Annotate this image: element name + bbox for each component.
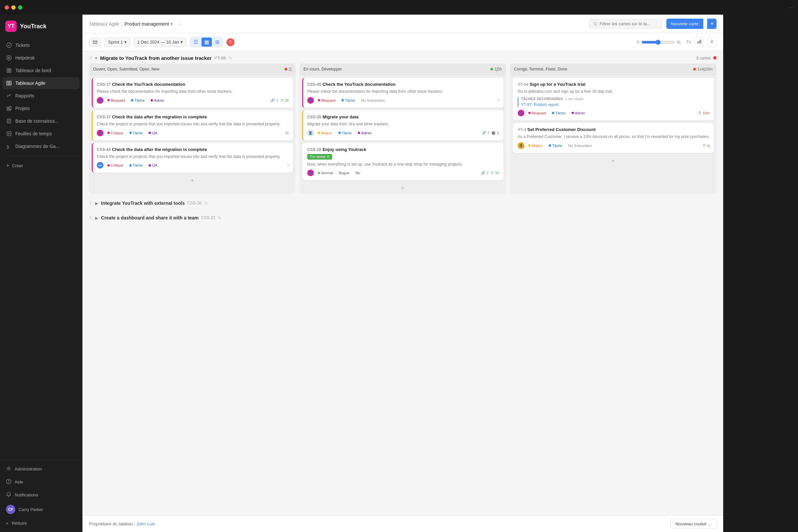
- card-css19[interactable]: CSS-19Enjoy using Youtrack For demo ✕ No…: [302, 143, 504, 180]
- user-name: Carry Parker: [19, 507, 43, 512]
- sidebar-item-helpdesk[interactable]: Helpdesk: [3, 52, 79, 64]
- sprint-chevron-icon: ▾: [125, 40, 127, 44]
- sprint-selector[interactable]: Sprint 1 ▾: [104, 37, 130, 47]
- card-avatar-yt94: 👤: [518, 110, 524, 116]
- aide-label: Aide: [15, 479, 23, 484]
- add-card-button-done-inline[interactable]: +: [513, 156, 714, 167]
- svg-rect-9: [10, 81, 11, 85]
- epic-expand-icon-3: ▶: [95, 215, 98, 221]
- tag-tache-css45: Tâche: [340, 98, 357, 103]
- card-title-css44: CSS-44Check the data after the migration…: [97, 147, 289, 152]
- card-yt4[interactable]: YT-4Set Preferred Customer Discount As a…: [513, 123, 714, 153]
- header-more-icon[interactable]: ···: [176, 20, 183, 27]
- window-chrome: ⋯: [0, 0, 798, 15]
- tag-normal-css19: Normal: [316, 170, 335, 175]
- epic-header-2[interactable]: ⠿ ▶ Integrate YouTrack with external too…: [89, 196, 717, 208]
- sidebar-logo[interactable]: YT YouTrack: [0, 15, 82, 38]
- settings-button[interactable]: [707, 37, 717, 47]
- card-css44[interactable]: CSS-44Check the data after the migration…: [92, 143, 293, 173]
- new-swimlane-button[interactable]: Nouveau couloir ...: [670, 519, 716, 529]
- card-css28[interactable]: CSS-28Migrate your data Migrate your dat…: [302, 110, 504, 140]
- add-card-button-progress[interactable]: +: [300, 183, 506, 194]
- epic-header-3[interactable]: ⠿ ▶ Create a dashboard and share it with…: [89, 211, 717, 223]
- card-css17[interactable]: CSS-17Check the YouTrack documentation P…: [92, 78, 293, 108]
- links-count: 🔗 1: [270, 98, 278, 102]
- sidebar-item-label: Tickets: [15, 42, 30, 48]
- card-desc-css19: Now, when everything is set up, use Yout…: [307, 162, 499, 167]
- minimize-button[interactable]: [11, 5, 16, 10]
- view-kanban-button[interactable]: ▦: [202, 38, 212, 46]
- window-more-icon[interactable]: ⋯: [789, 5, 793, 10]
- search-box[interactable]: [589, 19, 662, 28]
- create-button[interactable]: + Créer: [3, 159, 79, 172]
- card-css45[interactable]: CSS-45Check the YouTrack documentation P…: [302, 78, 504, 108]
- drag-handle-icon-3[interactable]: ⠿: [89, 215, 92, 221]
- card-css27[interactable]: CSS-27Check the data after the migration…: [92, 110, 293, 140]
- card-desc-yt94: Go to jetbrains.com and sign up for a fr…: [518, 89, 710, 94]
- epic-edit-icon-2[interactable]: ✎: [204, 201, 208, 206]
- subtask-link-yt87[interactable]: YT-87: Publish report: [521, 102, 558, 107]
- epic-edit-icon-1[interactable]: ✎: [228, 56, 232, 60]
- email-button[interactable]: [89, 38, 101, 47]
- sidebar-item-tableaux-bord[interactable]: Tableaux de bord: [3, 64, 79, 76]
- column-header-progress: En cours, Développer 1j5h: [300, 63, 506, 75]
- sidebar-item-administration[interactable]: Administration: [3, 463, 79, 475]
- add-card-button-open[interactable]: +: [89, 175, 296, 186]
- svg-point-25: [8, 482, 9, 483]
- card-avatar-css27: 👤: [97, 130, 103, 136]
- for-demo-tag: For demo ✕: [307, 154, 332, 159]
- svg-rect-29: [697, 41, 698, 43]
- column-done: Corrigé, Terminé, Fixed, Done 1s4j10m YT…: [510, 63, 717, 194]
- sidebar-item-projets[interactable]: Projets: [3, 102, 79, 114]
- card-avatar-css44: AS: [97, 162, 103, 169]
- card-yt94[interactable]: YT-94Sign up for a YouTrack trial Go to …: [513, 78, 714, 120]
- sidebar-item-notifications[interactable]: Notifications: [3, 489, 79, 501]
- date-range-button[interactable]: 1 Dec 2024 — 16 Jan ▾: [134, 37, 187, 47]
- sidebar-item-base[interactable]: Base de connaissa...: [3, 115, 79, 127]
- size-tv-label: TV: [686, 40, 691, 44]
- breadcrumb-current[interactable]: Product management ▾: [125, 21, 173, 26]
- user-avatar: CP: [6, 505, 15, 514]
- svg-rect-5: [7, 71, 8, 73]
- size-slider[interactable]: [641, 40, 674, 45]
- tag-nosubsystem-yt4: No Subsystem: [566, 143, 594, 148]
- sidebar-item-user[interactable]: CP Carry Parker: [3, 502, 79, 517]
- new-card-dropdown-button[interactable]: ▾: [707, 19, 717, 29]
- collapse-sidebar-button[interactable]: « Réduire: [3, 518, 79, 529]
- board-footer: Propriétaire du tableau : John Luis Nouv…: [82, 515, 723, 532]
- chart-button[interactable]: [695, 37, 704, 47]
- sidebar-item-label: Tableaux Agile: [15, 80, 45, 86]
- chevron-down-icon: ▾: [170, 21, 173, 26]
- card-footer-css17: 👤 Bloquant Tâche Admin 🔗 1 ⏱ 2h: [97, 97, 289, 104]
- sidebar-item-feuilles[interactable]: Feuilles de temps: [3, 128, 79, 140]
- sidebar-item-tickets[interactable]: Tickets: [3, 39, 79, 51]
- toolbar: Sprint 1 ▾ 1 Dec 2024 — 16 Jan ▾ ☰ ▦ ⊞ ⏱…: [82, 33, 723, 51]
- view-list-button[interactable]: ☰: [191, 38, 201, 46]
- sidebar-item-tableaux-agile[interactable]: Tableaux Agile: [3, 77, 79, 89]
- svg-rect-31: [700, 40, 701, 43]
- epic-edit-icon-3[interactable]: ✎: [218, 215, 222, 221]
- drag-handle-icon-2[interactable]: ⠿: [89, 201, 92, 206]
- collapse-label: Réduire: [12, 521, 27, 526]
- maximize-button[interactable]: [18, 5, 22, 10]
- tableaux-bord-icon: [6, 68, 12, 74]
- epic-title-1: Migrate to YouTrack from another issue t…: [100, 55, 211, 61]
- view-grid-button[interactable]: ⊞: [212, 38, 222, 46]
- sidebar-item-rapports[interactable]: Rapports: [3, 90, 79, 102]
- tag-tache-yt4: Tâche: [547, 143, 564, 148]
- search-input[interactable]: [600, 21, 658, 26]
- sidebar-nav: Tickets Helpdesk Tableaux de bord Tablea…: [0, 38, 82, 460]
- new-card-button[interactable]: Nouvelle carte: [666, 19, 703, 29]
- drag-handle-icon[interactable]: ⠿: [89, 56, 92, 60]
- sidebar-item-aide[interactable]: Aide: [3, 476, 79, 488]
- sidebar-bottom: Administration Aide Notifications CP Car…: [0, 460, 82, 532]
- card-title-css28: CSS-28Migrate your data: [307, 114, 499, 119]
- epic-section-1: ⠿ ▾ Migrate to YouTrack from another iss…: [89, 51, 717, 194]
- tag-majeur-yt4: Majeur: [526, 143, 545, 148]
- breadcrumb-parent[interactable]: Tableaux Agile: [89, 21, 119, 26]
- epic-toggle-1[interactable]: ▾: [95, 56, 97, 60]
- tag-tache-css17: Tâche: [129, 98, 147, 103]
- close-button[interactable]: [5, 5, 9, 10]
- owner-name-link[interactable]: John Luis: [136, 521, 155, 526]
- sidebar-item-diagrammes[interactable]: Diagrammes de Ga...: [3, 140, 79, 152]
